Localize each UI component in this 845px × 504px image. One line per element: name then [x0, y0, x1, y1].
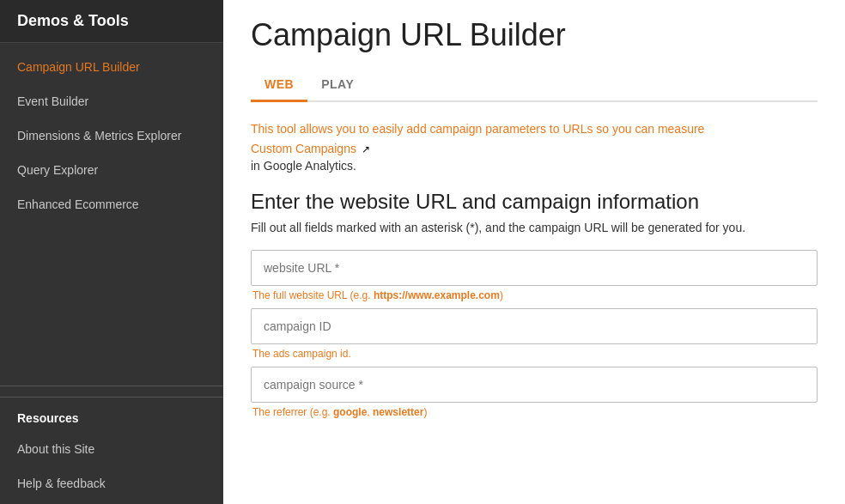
sidebar-item-dimensions-metrics[interactable]: Dimensions & Metrics Explorer [0, 118, 223, 153]
section-heading: Enter the website URL and campaign infor… [251, 190, 818, 214]
campaign-id-input[interactable] [251, 308, 818, 344]
sidebar-resources: Resources About this Site Help & feedbac… [0, 386, 223, 504]
website-url-hint: The full website URL (e.g. https://www.e… [251, 289, 818, 301]
newsletter-link[interactable]: newsletter [373, 406, 423, 418]
external-link-icon: ↗ [362, 143, 370, 155]
custom-campaigns-link[interactable]: Custom Campaigns [251, 142, 356, 155]
tab-bar: WEB PLAY [251, 69, 818, 102]
sidebar-title: Demos & Tools [0, 0, 223, 43]
sidebar-item-event-builder[interactable]: Event Builder [0, 84, 223, 118]
example-url-link[interactable]: https://www.example.com [374, 289, 500, 301]
sidebar: Demos & Tools Campaign URL Builder Event… [0, 0, 223, 504]
sidebar-item-query-explorer[interactable]: Query Explorer [0, 153, 223, 187]
campaign-source-hint: The referrer (e.g. google, newsletter) [251, 406, 818, 418]
website-url-input[interactable] [251, 250, 818, 286]
website-url-field-group: The full website URL (e.g. https://www.e… [251, 250, 818, 301]
sidebar-item-help-feedback[interactable]: Help & feedback [0, 466, 223, 501]
google-link[interactable]: google [333, 406, 367, 418]
sidebar-item-enhanced-ecommerce[interactable]: Enhanced Ecommerce [0, 187, 223, 222]
custom-campaigns-line: Custom Campaigns ↗ [251, 142, 818, 155]
sidebar-item-about-this-site[interactable]: About this Site [0, 432, 223, 466]
description-line2: in Google Analytics. [251, 159, 818, 173]
campaign-source-field-group: The referrer (e.g. google, newsletter) [251, 367, 818, 418]
description-block: This tool allows you to easily add campa… [251, 119, 818, 173]
sidebar-item-campaign-url-builder[interactable]: Campaign URL Builder [0, 50, 223, 84]
sidebar-nav: Campaign URL Builder Event Builder Dimen… [0, 43, 223, 386]
page-title: Campaign URL Builder [251, 17, 818, 53]
tab-web[interactable]: WEB [251, 69, 307, 102]
tab-play[interactable]: PLAY [307, 69, 368, 102]
campaign-source-input[interactable] [251, 367, 818, 403]
campaign-id-hint: The ads campaign id. [251, 348, 818, 360]
section-subtext: Fill out all fields marked with an aster… [251, 221, 818, 234]
campaign-id-field-group: The ads campaign id. [251, 308, 818, 360]
description-line1: This tool allows you to easily add campa… [251, 119, 818, 138]
resources-header: Resources [0, 397, 223, 432]
main-content: Campaign URL Builder WEB PLAY This tool … [223, 0, 845, 504]
